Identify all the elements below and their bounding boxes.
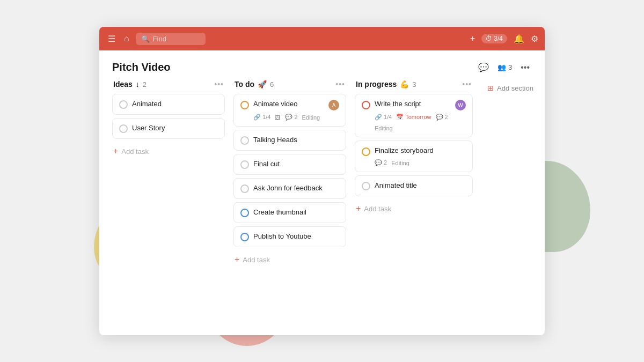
add-task-ideas[interactable]: + Add task [112,142,225,160]
add-task-todo[interactable]: + Add task [233,250,346,269]
add-section-col: ⊞ Add section [481,80,539,324]
column-ideas-count: 2 [143,80,147,88]
column-inprogress-emoji: 💪 [400,80,409,88]
comment-button[interactable]: 💬 [476,60,491,75]
task-card-create-thumbnail[interactable]: Create thumbnail [233,202,346,223]
column-inprogress-header: In progress 💪 3 ••• [355,80,473,88]
column-ideas-header: Ideas ↓ 2 ••• [112,80,225,88]
task-meta-editing: Editing [302,114,320,121]
column-inprogress-count: 3 [412,80,416,88]
task-card-animated[interactable]: Animated [112,94,225,115]
task-circle-create-thumbnail [240,209,249,217]
plus-icon-inprogress: + [356,204,361,213]
topbar-left: ☰ ⌂ 🔍 [106,32,470,46]
board: Ideas ↓ 2 ••• Animated User Story + [99,80,545,335]
timer-icon: ⏱ [486,35,492,42]
task-meta-image: 🖼 [275,114,281,121]
task-circle-animated [119,100,128,109]
task-meta-comments-script: 💬 2 [436,114,448,121]
task-card-animate-video[interactable]: Animate video A 🔗 1/4 🖼 💬 2 Editing [233,94,346,127]
topbar-right: + ⏱ 3/4 🔔 ⚙ [470,34,538,44]
column-ideas-menu[interactable]: ••• [214,80,224,88]
add-task-inprogress-label: Add task [364,205,391,213]
more-button[interactable]: ••• [518,61,532,75]
bell-icon[interactable]: 🔔 [514,34,524,44]
column-todo-title: To do [235,80,254,88]
add-section-icon: ⊞ [487,84,494,92]
search-input[interactable] [153,35,196,43]
column-inprogress-menu[interactable]: ••• [462,80,472,88]
task-circle-final-cut [240,160,249,169]
task-circle-user-story [119,124,128,133]
add-task-inprogress[interactable]: + Add task [355,200,473,218]
add-task-todo-label: Add task [243,256,270,264]
task-meta-link: 🔗 1/4 [253,114,270,121]
task-meta-comments: 💬 2 [285,114,297,121]
column-todo-emoji: 🚀 [258,80,267,88]
column-ideas-emoji: ↓ [136,80,140,88]
task-circle-publish-youtube [240,233,249,241]
task-card-finalize-storyboard[interactable]: Finalize storyboard 💬 2 Editing [355,141,473,172]
avatar-count: ⏱ 3/4 [481,34,507,43]
app-window: ☰ ⌂ 🔍 + ⏱ 3/4 🔔 ⚙ Pitch Video 💬 👥 [99,27,545,335]
task-name-animated: Animated [132,100,218,109]
add-task-ideas-label: Add task [121,147,149,156]
task-name-publish-youtube: Publish to Youtube [253,232,339,241]
column-todo-header: To do 🚀 6 ••• [233,80,346,88]
task-meta-comments-storyboard: 💬 2 [375,159,387,166]
task-name-create-thumbnail: Create thumbnail [253,208,339,217]
gear-icon[interactable]: ⚙ [531,34,538,44]
task-card-publish-youtube[interactable]: Publish to Youtube [233,226,346,247]
task-name-finalize-storyboard: Finalize storyboard [375,146,466,156]
column-todo-menu[interactable]: ••• [335,80,345,88]
search-icon: 🔍 [141,35,150,43]
task-card-animated-title[interactable]: Animated title [355,175,473,196]
add-button[interactable]: + [470,34,475,43]
task-name-user-story: User Story [132,124,218,133]
task-circle-animated-title [362,182,370,190]
task-name-ask-john: Ask John for feedback [253,184,339,193]
task-name-write-script: Write the script [375,100,451,109]
task-circle-finalize-storyboard [362,147,370,156]
task-meta-tomorrow: 📅 Tomorrow [396,114,431,121]
task-name-animated-title: Animated title [375,181,466,190]
page-title: Pitch Video [112,61,171,73]
task-name-animate-video: Animate video [253,100,324,109]
column-inprogress-title-wrap: In progress 💪 3 [356,80,416,88]
page-header-actions: 💬 👥 3 ••• [476,60,532,75]
page-header: Pitch Video 💬 👥 3 ••• [99,50,545,80]
column-todo-count: 6 [270,80,274,88]
members-count: 3 [508,63,512,71]
task-meta-link-script: 🔗 1/4 [375,114,392,121]
plus-icon-todo: + [235,255,239,264]
topbar: ☰ ⌂ 🔍 + ⏱ 3/4 🔔 ⚙ [99,27,545,50]
column-todo: To do 🚀 6 ••• Animate video [233,80,346,324]
column-inprogress: In progress 💪 3 ••• Write the script [355,80,473,324]
task-card-final-cut[interactable]: Final cut [233,154,346,175]
menu-icon[interactable]: ☰ [106,32,118,46]
add-section-label: Add section [497,84,533,92]
task-meta-editing-script: Editing [375,125,393,131]
task-circle-animate-video [240,101,249,109]
column-ideas-title: Ideas [113,80,133,88]
task-circle-ask-john [240,184,249,193]
home-icon[interactable]: ⌂ [122,32,131,46]
task-circle-write-script [362,101,370,109]
column-todo-title-wrap: To do 🚀 6 [235,80,274,88]
task-card-ask-john[interactable]: Ask John for feedback [233,178,346,199]
task-card-user-story[interactable]: User Story [112,118,225,139]
task-circle-talking-heads [240,136,249,145]
content: Pitch Video 💬 👥 3 ••• Ideas ↓ 2 [99,50,545,335]
column-ideas-title-wrap: Ideas ↓ 2 [113,80,147,88]
task-card-write-script[interactable]: Write the script W 🔗 1/4 📅 Tomorrow 💬 2 … [355,94,473,137]
members-icon: 👥 [497,63,506,71]
avatar-count-label: 3/4 [494,35,503,42]
column-inprogress-title: In progress [356,80,397,88]
task-card-talking-heads[interactable]: Talking Heads [233,130,346,151]
task-meta-editing-storyboard: Editing [391,160,409,166]
members-button[interactable]: 👥 3 [497,63,512,71]
plus-icon-ideas: + [113,146,118,156]
task-name-talking-heads: Talking Heads [253,136,339,145]
search-bar[interactable]: 🔍 [136,33,206,45]
add-section-button[interactable]: ⊞ Add section [481,80,539,96]
